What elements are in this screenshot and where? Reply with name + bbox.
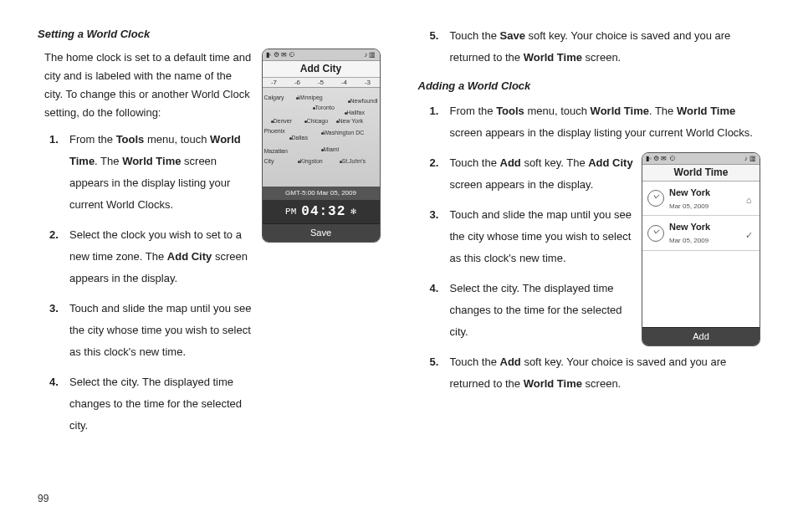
- right-column: Touch the Save soft key. Your choice is …: [418, 25, 761, 483]
- city-calgary[interactable]: Calgary: [264, 93, 284, 103]
- city-washington[interactable]: Washington DC: [321, 128, 365, 138]
- phone-title: Add City: [263, 61, 380, 78]
- city-denver[interactable]: Denver: [271, 116, 293, 126]
- setting-heading: Setting a World Clock: [38, 25, 381, 43]
- step-3: Touch and slide the map until you see th…: [38, 298, 253, 363]
- world-map[interactable]: -7-6-5-4-3 Calgary Winnipeg Toronto Newf…: [263, 78, 380, 187]
- phone-add-city: ▮◦ ⚙ ✉ ⏲♪ ▥ Add City -7-6-5-4-3 Calgary …: [262, 49, 381, 243]
- add-step-1: From the Tools menu, touch World Time. T…: [418, 100, 761, 144]
- city-mazatlan[interactable]: Mazatlan: [264, 146, 288, 156]
- city-city[interactable]: City: [264, 156, 274, 166]
- city-dallas[interactable]: Dallas: [289, 133, 308, 143]
- continued-steps: Touch the Save soft key. Your choice is …: [418, 25, 761, 69]
- city-miami[interactable]: Miami: [321, 145, 340, 155]
- step-4: Select the city. The displayed time chan…: [38, 371, 253, 437]
- adding-steps: From the Tools menu, touch World Time. T…: [418, 100, 761, 144]
- setting-steps: From the Tools menu, touch World Time. T…: [38, 129, 253, 437]
- adding-heading: Adding a World Clock: [418, 77, 761, 95]
- timezone-scale: -7-6-5-4-3: [263, 78, 380, 88]
- city-newyork[interactable]: New York: [336, 116, 364, 126]
- step-2: Select the clock you wish to set to a ne…: [38, 224, 253, 289]
- save-softkey[interactable]: Save: [263, 223, 380, 242]
- city-phoenix[interactable]: Phoenix: [264, 126, 285, 136]
- step-5: Touch the Save soft key. Your choice is …: [418, 25, 761, 69]
- city-newfoundl[interactable]: Newfoundl: [348, 96, 378, 106]
- add-step-5: Touch the Add soft key. Your choice is s…: [418, 351, 761, 395]
- status-bar: ▮◦ ⚙ ✉ ⏲♪ ▥: [263, 49, 380, 61]
- ampm-label: PM: [285, 204, 296, 220]
- left-column: Setting a World Clock ▮◦ ⚙ ✉ ⏲♪ ▥ Add Ci…: [38, 25, 381, 483]
- step-1: From the Tools menu, touch World Time. T…: [38, 129, 253, 216]
- setting-intro: The home clock is set to a default time …: [44, 49, 253, 122]
- city-stjohns[interactable]: St.John's: [340, 156, 366, 166]
- city-toronto[interactable]: Toronto: [313, 103, 335, 113]
- add-step-2: Touch the Add soft key. The Add City scr…: [418, 152, 761, 196]
- add-step-3: Touch and slide the map until you see th…: [418, 204, 761, 269]
- city-kingston[interactable]: Kingston: [298, 156, 323, 166]
- page-number: 99: [38, 490, 760, 507]
- time-digits: 04:32: [301, 201, 345, 223]
- city-winnipeg[interactable]: Winnipeg: [296, 93, 323, 103]
- time-display: PM 04:32 ✻: [263, 200, 380, 223]
- timezone-label: GMT-5:00 Mar 05, 2009: [263, 187, 380, 200]
- city-chicago[interactable]: Chicago: [304, 116, 329, 126]
- add-step-4: Select the city. The displayed time chan…: [418, 278, 761, 343]
